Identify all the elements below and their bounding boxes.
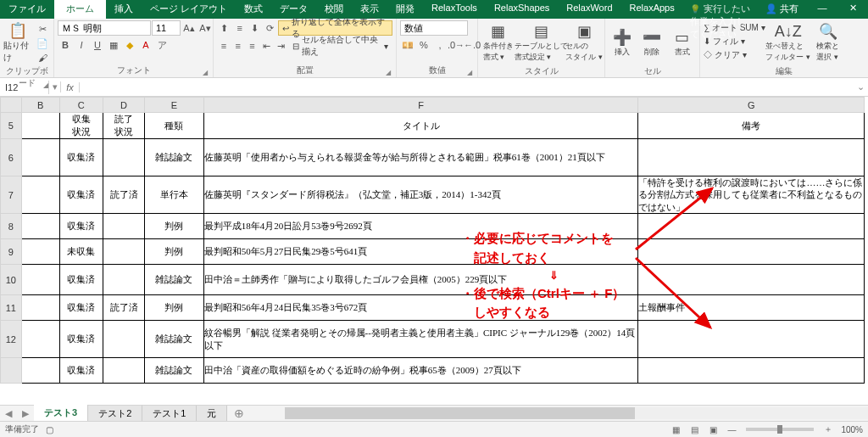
col-header-b[interactable]: B — [21, 98, 59, 113]
cell[interactable]: 判例 — [145, 239, 204, 265]
border-button[interactable]: ▦ — [106, 38, 121, 52]
cell[interactable]: 「特許を受ける権利の譲渡時においては……さらに係る分割払方式を採用しても従業者に… — [638, 176, 865, 214]
normal-view-button[interactable]: ▦ — [666, 425, 685, 434]
cell[interactable]: 雑誌論文 — [145, 321, 204, 358]
align-dialog-launcher[interactable]: ◢ — [386, 69, 391, 76]
sheet-tab[interactable]: 元 — [197, 406, 227, 422]
cell[interactable] — [638, 358, 865, 384]
cell[interactable]: 雑誌論文 — [145, 358, 204, 384]
zoom-level[interactable]: 100% — [841, 425, 863, 434]
share-button[interactable]: 👤 共有 — [757, 0, 807, 19]
cell[interactable]: 雑誌論文 — [145, 265, 204, 295]
sheet-tab[interactable]: テスト1 — [142, 406, 197, 422]
insert-cells-button[interactable]: ➕挿入 — [609, 20, 636, 64]
page-break-view-button[interactable]: ▣ — [704, 425, 722, 434]
font-color-button[interactable]: A — [138, 38, 153, 52]
file-tab[interactable]: ファイル — [0, 0, 54, 19]
clipboard-dialog-launcher[interactable]: ◢ — [43, 81, 48, 89]
align-left-button[interactable]: ≡ — [217, 39, 231, 53]
cut-button[interactable]: ✂ — [35, 22, 50, 36]
increase-indent-button[interactable]: ⇥ — [274, 39, 287, 53]
cell[interactable]: 最判平成18年4月20日訟月53巻9号2692頁 — [203, 214, 638, 239]
table-header[interactable]: 収集状況 — [59, 113, 103, 139]
col-header-g[interactable]: G — [638, 98, 865, 113]
cell[interactable]: 収集済 — [59, 176, 103, 214]
cell[interactable]: 佐藤英明「使用者から与えられる報奨金等が給与所得とされる範囲」税事61巻（200… — [203, 139, 638, 176]
comma-button[interactable]: , — [432, 38, 448, 52]
cell[interactable]: 収集済 — [59, 265, 103, 295]
sheet-nav-next[interactable]: ▶ — [17, 408, 34, 419]
paste-button[interactable]: 📋 貼り付け — [3, 20, 32, 64]
tab-insert[interactable]: 挿入 — [106, 0, 142, 19]
cell[interactable]: 未収集 — [59, 239, 103, 265]
tell-me-input[interactable]: 実行したい作業を入力してください — [683, 0, 757, 19]
horizontal-scrollbar[interactable] — [285, 407, 868, 419]
cell[interactable] — [638, 321, 865, 358]
font-dialog-launcher[interactable]: ◢ — [203, 69, 208, 76]
cell[interactable]: 読了済 — [103, 295, 144, 321]
fx-button[interactable]: fx — [61, 82, 80, 92]
format-as-table-button[interactable]: ▤テーブルとして 書式設定 ▾ — [517, 20, 565, 64]
sheet-tab-active[interactable]: テスト3 — [34, 405, 88, 423]
cell[interactable]: 最判昭和56年4月24日民集35巻3号672頁 — [203, 295, 638, 321]
cell[interactable]: 紋谷暢男「解説 従業者発明とその帰属--発明者主義と使用者主義」CIPIC ジャ… — [203, 321, 638, 358]
cell[interactable] — [103, 265, 144, 295]
align-center-button[interactable]: ≡ — [231, 39, 245, 53]
sheet-tab[interactable]: テスト2 — [88, 406, 142, 422]
align-top-button[interactable]: ⬆ — [217, 21, 231, 35]
tab-formulas[interactable]: 数式 — [236, 0, 271, 19]
home-tab[interactable]: ホーム — [54, 0, 106, 19]
sort-filter-button[interactable]: A↓Z並べ替えと フィルター ▾ — [768, 20, 809, 64]
cell[interactable]: 土報酬事件 — [638, 295, 865, 321]
cell[interactable]: 田中治「資産の取得価額をめぐる近時の紛争例」税事65巻（2009）27頁以下 — [203, 358, 638, 384]
tab-relaxapps[interactable]: RelaxApps — [621, 0, 683, 19]
tab-relaxword[interactable]: RelaxWord — [558, 0, 620, 19]
cell[interactable]: 判例 — [145, 214, 204, 239]
table-header[interactable]: 備考 — [638, 113, 865, 139]
cell[interactable] — [638, 239, 865, 265]
col-header-f[interactable]: F — [203, 98, 638, 113]
formula-input[interactable] — [80, 86, 853, 89]
cell[interactable]: 読了済 — [103, 176, 144, 214]
formula-bar-expand[interactable]: ⌄ — [853, 81, 868, 92]
cell[interactable]: 田中治＝土師秀作「贈与により取得したゴルフ会員権（2005）229頁以下 — [203, 265, 638, 295]
decrease-indent-button[interactable]: ⇤ — [259, 39, 273, 53]
phonetic-button[interactable]: ア — [154, 38, 170, 52]
delete-cells-button[interactable]: ➖削除 — [638, 20, 665, 64]
cell[interactable] — [103, 358, 144, 384]
row-header[interactable]: 5 — [1, 113, 22, 139]
macro-record-icon[interactable]: ▢ — [46, 425, 53, 434]
cell[interactable]: 収集済 — [59, 358, 103, 384]
percent-button[interactable]: % — [416, 38, 431, 52]
col-header-d[interactable]: D — [103, 98, 144, 113]
cell[interactable]: 収集済 — [59, 321, 103, 358]
row-header[interactable]: 11 — [1, 295, 22, 321]
close-button[interactable]: ✕ — [837, 0, 868, 19]
find-select-button[interactable]: 🔍検索と 選択 ▾ — [811, 20, 845, 64]
merge-center-button[interactable]: ⊟セルを結合して中央揃え ▾ — [288, 38, 392, 53]
cell[interactable] — [103, 321, 144, 358]
fill-color-button[interactable]: ◆ — [122, 38, 137, 52]
format-painter-button[interactable]: 🖌 — [35, 51, 50, 64]
number-format-input[interactable] — [400, 20, 468, 36]
cell-styles-button[interactable]: ▣セルの スタイル ▾ — [567, 20, 601, 64]
row-header[interactable]: 8 — [1, 214, 22, 239]
conditional-format-button[interactable]: ▦条件付き 書式 ▾ — [481, 20, 515, 64]
copy-button[interactable]: 📄 — [35, 36, 50, 50]
align-bottom-button[interactable]: ⬇ — [248, 21, 262, 35]
tab-relaxshapes[interactable]: RelaxShapes — [486, 0, 558, 19]
table-header[interactable]: 読了状況 — [103, 113, 144, 139]
cell[interactable]: 雑誌論文 — [145, 139, 204, 176]
italic-button[interactable]: I — [74, 38, 89, 52]
row-header[interactable]: 12 — [1, 321, 22, 358]
cell[interactable]: 収集済 — [59, 295, 103, 321]
cell[interactable]: 収集済 — [59, 139, 103, 176]
align-right-button[interactable]: ≡ — [246, 39, 259, 53]
tab-page-layout[interactable]: ページ レイアウト — [142, 0, 236, 19]
select-all-corner[interactable] — [1, 98, 22, 113]
bold-button[interactable]: B — [58, 38, 73, 52]
zoom-out-button[interactable]: — — [722, 425, 741, 434]
align-middle-button[interactable]: ≡ — [232, 21, 247, 35]
cell[interactable] — [638, 265, 865, 295]
zoom-slider[interactable] — [746, 428, 814, 431]
